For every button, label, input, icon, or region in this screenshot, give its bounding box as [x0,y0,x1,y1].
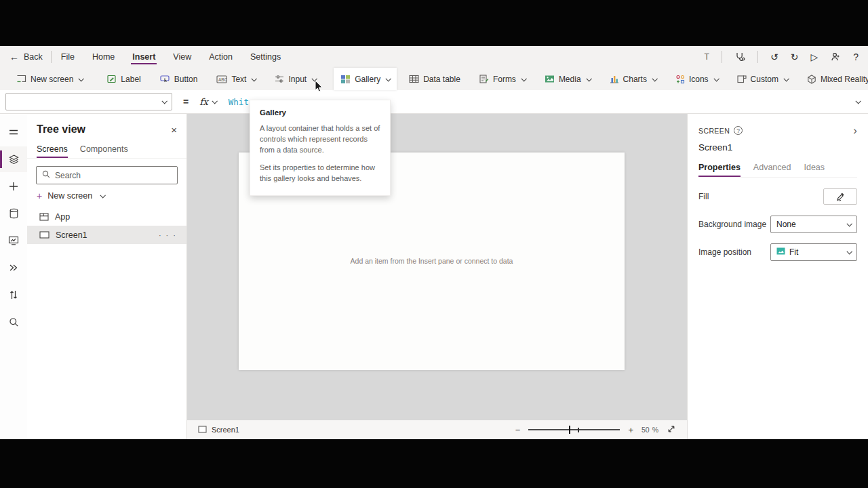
tab-advanced[interactable]: Advanced [753,163,791,177]
ribbon-label: Button [174,75,198,84]
formula-bar-expand-chevron-icon[interactable] [855,98,861,104]
ribbon-label: New screen [31,75,73,84]
text-icon: ABC [216,75,227,83]
zoom-slider-notch [578,428,579,432]
back-arrow-icon: ← [9,52,19,62]
ribbon-item-mixed-reality[interactable]: Mixed Reality [806,68,868,90]
panel-kicker: SCREEN [698,127,730,135]
properties-tabs: Properties Advanced Ideas [698,163,857,178]
menu-divider [51,51,52,63]
status-screen[interactable]: Screen1 [198,426,239,434]
tree-search-box[interactable] [36,166,178,184]
fill-label: Fill [698,192,823,201]
new-screen-button[interactable]: + New screen [27,184,186,207]
fill-color-button[interactable] [823,188,857,205]
menu-icon[interactable] [0,119,27,145]
ribbon-item-input[interactable]: Input [273,68,317,90]
tab-properties[interactable]: Properties [698,163,741,177]
formula-input[interactable]: Whit [229,97,249,107]
tree-item-screen1[interactable]: Screen1 · · · [27,226,186,244]
property-selector[interactable] [5,93,172,110]
zoom-out-button[interactable]: − [515,425,521,435]
ribbon-label: Charts [623,75,647,84]
undo-icon[interactable]: ↺ [770,52,778,62]
field-background-image: Background image None [698,216,857,233]
menu-item-action[interactable]: Action [209,47,233,66]
collapse-panel-icon[interactable]: › [853,125,857,136]
help-icon[interactable]: ? [853,52,859,62]
ribbon-item-media[interactable]: Media [543,68,592,90]
tree-view-tabs: Screens Components [27,144,186,159]
ribbon-item-icons[interactable]: Icons [674,68,719,90]
flows-icon[interactable] [0,255,27,281]
top-actions-divider [722,51,722,63]
back-button[interactable]: ← Back [9,52,43,62]
custom-icon [737,75,747,83]
share-icon[interactable] [830,52,841,62]
zoom-slider-handle[interactable] [569,426,570,434]
menu-item-view[interactable]: View [173,47,191,66]
ribbon-item-label[interactable]: Label [106,68,142,90]
plus-icon: + [37,191,42,201]
zoom-slider[interactable] [528,425,620,434]
eyedropper-icon [836,192,845,201]
ribbon-label: Media [559,75,581,84]
zoom-percentage[interactable]: 50 % [642,426,658,434]
ribbon-item-gallery[interactable]: Gallery [334,68,397,90]
tab-ideas[interactable]: Ideas [804,163,825,177]
fx-dropdown[interactable]: fx [199,96,216,107]
ribbon-item-custom[interactable]: Custom [736,68,789,90]
menu-item-settings[interactable]: Settings [250,47,281,66]
menu-item-home[interactable]: Home [92,47,115,66]
fit-to-window-icon[interactable] [667,424,676,435]
tree-item-app[interactable]: App [27,207,186,226]
ribbon-item-text[interactable]: ABC Text [215,68,257,90]
tab-components[interactable]: Components [80,144,128,158]
chevron-down-icon [161,98,167,104]
chevron-down-icon [212,98,217,104]
menu-item-file[interactable]: File [61,47,75,66]
chevron-down-icon [846,221,852,226]
text-tool-icon[interactable]: T [705,52,709,62]
redo-icon[interactable]: ↻ [791,52,799,62]
data-icon[interactable] [0,201,27,226]
fx-label: fx [199,96,208,107]
search-input[interactable] [55,171,172,180]
image-position-dropdown[interactable]: Fit [770,243,857,261]
image-position-value: Fit [789,247,798,257]
ribbon-item-data-table[interactable]: Data table [408,68,462,90]
insert-icon[interactable] [0,174,27,199]
ribbon-label: Icons [689,75,709,84]
background-image-dropdown[interactable]: None [770,216,857,233]
ribbon-item-forms[interactable]: Forms [478,68,527,90]
close-icon[interactable]: × [171,124,177,136]
input-icon [275,75,284,83]
more-options-icon[interactable]: · · · [159,231,177,239]
button-icon [160,75,170,83]
main-area: Tree view × Screens Components + New scr… [0,114,868,439]
screen-icon [198,426,207,434]
ribbon-item-charts[interactable]: Charts [608,68,658,90]
tab-screens[interactable]: Screens [37,144,68,158]
search-rail-icon[interactable] [0,309,27,335]
zoom-value: 50 [642,426,650,434]
chevron-down-icon [586,76,591,81]
menu-item-insert[interactable]: Insert [132,47,155,66]
chevron-down-icon [100,192,106,198]
canvas-placeholder-text: Add an item from the Insert pane or conn… [239,257,625,265]
media-rail-icon[interactable] [0,228,27,253]
ribbon-item-new-screen[interactable]: New screen [15,68,84,90]
app-checker-icon[interactable] [734,52,745,62]
variables-icon[interactable] [0,282,27,308]
help-circle-icon[interactable]: ? [734,126,743,135]
zoom-slider-track [528,429,620,430]
play-preview-icon[interactable]: ▷ [810,52,818,62]
chevron-down-icon [386,76,391,81]
app-icon [39,213,49,221]
ribbon-item-button[interactable]: Button [159,68,199,90]
chevron-down-icon [252,76,257,81]
tree-view-icon[interactable] [0,146,27,172]
field-fill: Fill [698,188,857,205]
zoom-in-button[interactable]: + [628,425,633,435]
field-image-position: Image position Fit [698,243,857,261]
